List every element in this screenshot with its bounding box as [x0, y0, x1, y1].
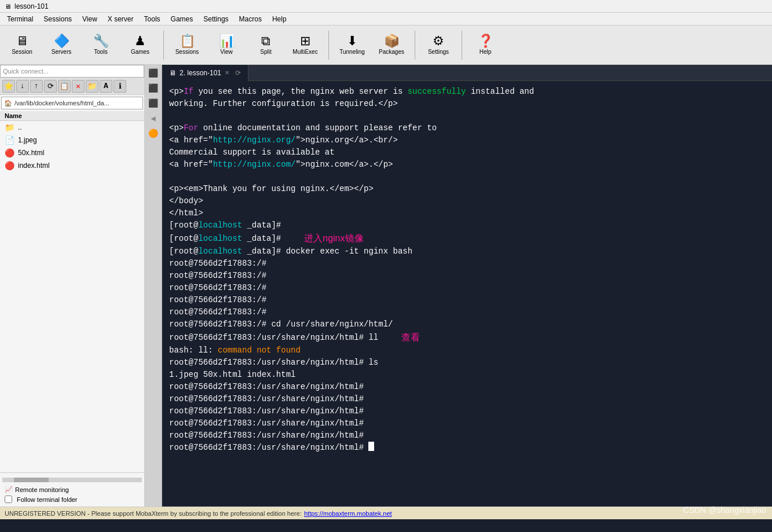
- toolbar-settings-label: Settings: [428, 49, 449, 55]
- toolbar-tools[interactable]: 🔧 Tools: [83, 28, 118, 62]
- sidebar-down-btn[interactable]: ↓: [16, 80, 29, 93]
- view-icon: 📊: [219, 35, 235, 47]
- toolbar-view[interactable]: 📊 View: [209, 28, 244, 62]
- left-icon-4[interactable]: ◀: [147, 111, 160, 125]
- terminal-line-7: <p><em>Thank you for using nginx.</em></…: [169, 183, 765, 195]
- sidebar-copy-btn[interactable]: 📋: [58, 80, 71, 93]
- t-text-1: you see this page, the nginx web server …: [193, 87, 408, 96]
- menu-xserver[interactable]: X server: [103, 14, 138, 24]
- quick-connect-placeholder: Quick connect...: [3, 68, 49, 75]
- path-bar[interactable]: 🏠 /var/lib/docker/volumes/html_da...: [1, 97, 143, 109]
- sidebar-a-btn[interactable]: A: [100, 80, 112, 93]
- toolbar-servers[interactable]: 🔷 Servers: [44, 28, 79, 62]
- app-icon: 🖥: [5, 3, 11, 10]
- status-bar: UNREGISTERED VERSION - Please support Mo…: [0, 507, 772, 519]
- sidebar-red-btn[interactable]: ✕: [72, 80, 85, 93]
- terminal-after-5: root@7566d2f17883:/usr/share/nginx/html#: [169, 430, 765, 442]
- file-item-50x[interactable]: 🔴 50x.html: [0, 146, 144, 159]
- t-body-close: </body>: [169, 196, 203, 206]
- toolbar-multiexec-label: MultiExec: [292, 49, 317, 55]
- file-name-jpeg: 1.jpeg: [18, 136, 37, 144]
- t-bash-prefix: bash: ll:: [169, 346, 218, 355]
- terminal-container-1: root@7566d2f17883:/#: [169, 258, 765, 270]
- left-icon-3[interactable]: ⬛: [147, 96, 160, 110]
- terminal-line-3: <p>For online documentation and support …: [169, 122, 765, 134]
- file-item-jpeg[interactable]: 📄 1.jpeg: [0, 134, 144, 146]
- toolbar-tunneling[interactable]: ⬇ Tunneling: [335, 28, 369, 62]
- tab-refresh-btn[interactable]: ⟳: [235, 69, 241, 77]
- t-prompt2-dir: _data]#: [242, 234, 281, 243]
- toolbar-sessions[interactable]: 📋 Sessions: [170, 28, 204, 62]
- sidebar-refresh-btn[interactable]: ⟳: [44, 80, 57, 93]
- quick-connect-bar[interactable]: Quick connect...: [0, 65, 144, 78]
- t-tag-open: <p>: [169, 87, 184, 96]
- toolbar-games-label: Games: [131, 49, 149, 55]
- menu-view[interactable]: View: [78, 14, 102, 24]
- menu-sessions[interactable]: Sessions: [39, 14, 76, 24]
- main-layout: Quick connect... ⭐ ↓ ↑ ⟳ 📋 ✕ 📁 A ℹ 🏠 /va…: [0, 65, 772, 507]
- t-installed: installed and: [466, 87, 535, 96]
- menu-terminal[interactable]: Terminal: [2, 14, 38, 24]
- t-prompt3-dir: _data]#: [242, 247, 281, 256]
- status-link[interactable]: https://mobaxterm.mobatek.net: [304, 510, 392, 517]
- menu-bar: Terminal Sessions View X server Tools Ga…: [0, 13, 772, 25]
- terminal-after-1: root@7566d2f17883:/usr/share/nginx/html#: [169, 381, 765, 393]
- path-bar-home: 🏠: [4, 100, 12, 107]
- t-prompt3-host: localhost: [198, 247, 242, 256]
- left-icon-2[interactable]: ⬛: [147, 81, 160, 95]
- toolbar-games[interactable]: ♟ Games: [123, 28, 158, 62]
- t-for-text: online documentation and support please …: [198, 123, 437, 133]
- follow-terminal-item[interactable]: Follow terminal folder: [2, 494, 142, 504]
- settings-icon: ⚙: [433, 35, 444, 47]
- terminal-line-4: <a href="http://nginx.org/">nginx.org</a…: [169, 134, 765, 146]
- left-icon-5[interactable]: 🟠: [147, 126, 160, 140]
- toolbar-help[interactable]: ❓ Help: [468, 28, 503, 62]
- toolbar-session[interactable]: 🖥 Session: [5, 28, 39, 62]
- menu-macros[interactable]: Macros: [235, 14, 266, 24]
- left-icon-1[interactable]: ⬛: [147, 66, 160, 80]
- sidebar-folder-btn[interactable]: 📁: [86, 80, 98, 93]
- toolbar-packages[interactable]: 📦 Packages: [374, 28, 409, 62]
- toolbar-packages-label: Packages: [379, 49, 404, 55]
- terminal-container-4: root@7566d2f17883:/#: [169, 294, 765, 306]
- follow-terminal-checkbox[interactable]: [5, 496, 12, 503]
- toolbar-settings[interactable]: ⚙ Settings: [421, 28, 456, 62]
- menu-settings[interactable]: Settings: [199, 14, 233, 24]
- packages-icon: 📦: [384, 35, 400, 47]
- terminal-tab-lesson101[interactable]: 🖥 2. lesson-101 ✕ ⟳: [162, 65, 248, 81]
- menu-help[interactable]: Help: [268, 14, 291, 24]
- left-icon-panel: ⬛ ⬛ ⬛ ◀ 🟠: [145, 65, 162, 507]
- sidebar-info-btn[interactable]: ℹ: [114, 80, 126, 93]
- t-prompt1-host: localhost: [198, 221, 242, 230]
- sidebar-star-btn[interactable]: ⭐: [2, 80, 15, 93]
- terminal-ls: root@7566d2f17883:/usr/share/nginx/html#…: [169, 357, 765, 369]
- file-item-parent[interactable]: 📁 ..: [0, 121, 144, 134]
- folder-icon-parent: 📁: [5, 123, 14, 132]
- toolbar-split[interactable]: ⧉ Split: [248, 28, 283, 62]
- menu-tools[interactable]: Tools: [140, 14, 165, 24]
- tab-close-btn[interactable]: ✕: [225, 69, 229, 76]
- t-nginx-com-url: http://nginx.com/: [213, 160, 296, 169]
- sidebar-up-btn[interactable]: ↑: [30, 80, 43, 93]
- sessions-icon: 📋: [180, 35, 195, 47]
- t-success: successfully: [408, 87, 466, 96]
- terminal-line-2: working. Further configuration is requir…: [169, 98, 765, 110]
- terminal-ll-error: bash: ll: command not found: [169, 344, 765, 357]
- t-ahref-close: ">nginx.org</a>.<br/>: [295, 135, 397, 145]
- toolbar-session-label: Session: [12, 49, 32, 55]
- menu-games[interactable]: Games: [166, 14, 198, 24]
- terminal-cursor: [368, 442, 374, 451]
- sidebar: Quick connect... ⭐ ↓ ↑ ⟳ 📋 ✕ 📁 A ℹ 🏠 /va…: [0, 65, 145, 507]
- monitor-icon: 📈: [5, 486, 13, 493]
- toolbar-separator-1: [163, 31, 164, 60]
- toolbar-multiexec[interactable]: ⊞ MultiExec: [288, 28, 323, 62]
- tab-terminal-icon: 🖥: [169, 69, 176, 77]
- toolbar-servers-label: Servers: [52, 49, 71, 55]
- remote-monitoring-item[interactable]: 📈 Remote monitoring: [2, 485, 142, 494]
- terminal-content[interactable]: <p>If you see this page, the nginx web s…: [162, 81, 772, 507]
- games-icon: ♟: [134, 35, 146, 47]
- t-prompt1-dir: _data]#: [242, 221, 281, 230]
- status-text: UNREGISTERED VERSION - Please support Mo…: [5, 510, 302, 517]
- file-name-index: index.html: [18, 162, 50, 170]
- file-item-index[interactable]: 🔴 index.html: [0, 159, 144, 172]
